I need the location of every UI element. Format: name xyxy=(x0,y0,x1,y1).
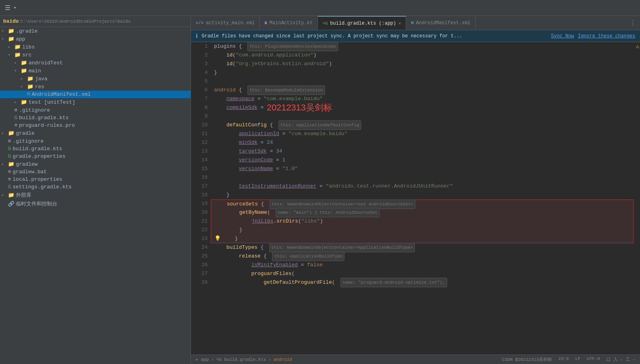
file-icon: 📁 xyxy=(14,52,21,58)
sidebar-item-external-libs[interactable]: ▸ 📁 外部库 xyxy=(0,191,191,199)
sidebar-item-app[interactable]: ▾📁 app xyxy=(0,35,191,43)
sync-now-link[interactable]: Sync Now xyxy=(551,33,574,39)
sidebar-item-label: gradlew xyxy=(16,161,38,167)
tab-mainactivity-kt[interactable]: K MainActivity.kt xyxy=(260,16,318,30)
line-number-24: 24 xyxy=(191,243,208,252)
gradle-edit-icon: ✎G xyxy=(323,21,328,26)
code-content[interactable]: plugins { this: PluginDependenciesSpecSc… xyxy=(211,42,634,354)
sidebar-item--gitignore[interactable]: ⊘ .gitignore xyxy=(0,137,191,145)
code-token: "com.android.application" xyxy=(236,51,313,60)
arrow-icon: ▸ xyxy=(14,100,21,105)
code-token: "androidx.test.runner.AndroidJUnitRunner… xyxy=(326,182,453,191)
code-token xyxy=(214,269,251,278)
code-token xyxy=(214,278,264,287)
file-icon: ≡ xyxy=(8,169,11,175)
sidebar-item-label: main xyxy=(29,68,41,74)
line-number-19: 19 xyxy=(191,199,208,208)
file-icon: 📁 xyxy=(8,28,14,34)
code-token: } xyxy=(222,234,238,243)
code-line-23: 💡 } xyxy=(211,234,634,243)
top-bar-menu: ☰ ▾ xyxy=(5,4,16,12)
code-line-12: minSdk = 24 xyxy=(211,138,634,147)
file-icon: G xyxy=(8,146,11,152)
code-token: } xyxy=(214,68,217,77)
tab-more-button[interactable]: ⋮ xyxy=(626,19,640,27)
right-status: CSDN @20212313吴剑标 23:6 LF UTF-8 口 入 ← 工 … xyxy=(502,356,635,362)
code-token xyxy=(214,243,226,252)
file-icon: ≡ xyxy=(8,176,11,182)
line-number-2: 2 xyxy=(191,51,208,60)
breadcrumb-gradle: ✎G build.gradle.kts xyxy=(216,357,266,362)
code-token: srcDirs xyxy=(276,217,298,226)
arrow-icon: ▾ xyxy=(2,37,8,41)
line-number-3: 3 xyxy=(191,60,208,68)
project-name: baidu xyxy=(3,18,19,24)
sidebar-item-build-gradle-kts[interactable]: G build.gradle.kts xyxy=(0,145,191,153)
sidebar-item-gradle-properties[interactable]: G gradle.properties xyxy=(0,153,191,160)
line-number-7: 7 xyxy=(191,95,208,103)
code-token: = xyxy=(273,156,282,165)
hamburger-icon[interactable]: ☰ xyxy=(5,4,10,12)
tab-label: MainActivity.kt xyxy=(270,20,313,26)
sidebar-item-build-gradle-kts[interactable]: G build.gradle.kts xyxy=(0,114,191,122)
sidebar-item--gitignore[interactable]: ⊘ .gitignore xyxy=(0,106,191,114)
file-icon: 📁 xyxy=(14,44,21,50)
line-number-9: 9 xyxy=(191,112,208,121)
code-token: isMinifyEnabled xyxy=(251,261,298,269)
line-number-5: 5 xyxy=(191,77,208,86)
code-hint: name: "main") { this: AndroidSourceSet xyxy=(276,208,379,217)
code-editor[interactable]: 1234567891011121314151617181920212223242… xyxy=(191,42,640,354)
sidebar-item-label: AndroidManifest.xml xyxy=(32,91,91,97)
sidebar-item-libs[interactable]: ▸📁 libs xyxy=(0,43,191,51)
sidebar-item-gradle[interactable]: ▸📁 gradle xyxy=(0,129,191,137)
code-hint: this: PluginDependenciesSpecScope xyxy=(247,42,338,51)
code-line-26: isMinifyEnabled = false xyxy=(211,261,634,269)
dropdown-icon[interactable]: ▾ xyxy=(14,5,16,11)
arrow-icon: ▸ xyxy=(21,84,27,89)
code-token: applicationId xyxy=(239,130,279,138)
code-token: ( xyxy=(233,60,236,68)
code-line-17: testInstrumentationRunner = "androidx.te… xyxy=(211,182,634,191)
code-token: false xyxy=(307,261,323,269)
sidebar-item-java[interactable]: ▸📁 java xyxy=(0,75,191,83)
sidebar-item-gradlew-bat[interactable]: ≡ gradlew.bat xyxy=(0,168,191,176)
line-number-22: 22 xyxy=(191,226,208,234)
code-token: = xyxy=(279,130,288,138)
tab-build-gradle-kts[interactable]: ✎G build.gradle.kts (:app) ✕ xyxy=(318,16,407,30)
sidebar-item-src[interactable]: ▾📁 src xyxy=(0,51,191,59)
line-number-10: 10 xyxy=(191,121,208,130)
sidebar-item-label: build.gradle.kts xyxy=(19,115,69,121)
tab-activity-main-xml[interactable]: </> activity_main.xml xyxy=(191,16,260,30)
code-token: = xyxy=(298,261,307,269)
sidebar-item-proguard-rules-pro[interactable]: ≡ proguard-rules.pro xyxy=(0,122,191,129)
sidebar-item-local-properties[interactable]: ≡ local.properties xyxy=(0,176,191,183)
sidebar-item-main[interactable]: ▾📁 main xyxy=(0,67,191,75)
code-token: { xyxy=(267,121,276,130)
line-number-1: 1 xyxy=(191,42,208,51)
sidebar-item-res[interactable]: ▸📁 res xyxy=(0,83,191,91)
line-number-11: 11 xyxy=(191,130,208,138)
ignore-changes-link[interactable]: Ignore these changes xyxy=(578,33,635,39)
sidebar-item-temp[interactable]: 🔗 临时文件和控制台 xyxy=(0,199,191,208)
sidebar-item-settings-gradle-kts[interactable]: G settings.gradle.kts xyxy=(0,183,191,191)
sidebar-item-androidmanifest-xml[interactable]: M AndroidManifest.xml xyxy=(0,91,191,98)
code-line-22: } xyxy=(211,226,634,234)
code-token: "com.example.baidu" xyxy=(264,95,323,103)
sidebar-item-androidtest[interactable]: ▸📁 androidTest xyxy=(0,59,191,67)
sidebar-item-test--unittest-[interactable]: ▸📁 test [unitTest] xyxy=(0,98,191,106)
line-number-12: 12 xyxy=(191,138,208,147)
tab-android-manifest-xml[interactable]: M AndroidManifest.xml xyxy=(406,16,475,30)
line-col: 23:6 xyxy=(558,356,569,362)
sidebar-item-gradlew[interactable]: ▸📁 gradlew xyxy=(0,160,191,168)
tab-close-button[interactable]: ✕ xyxy=(399,21,401,26)
line-number-8: 8 xyxy=(191,103,208,112)
sidebar-item-label: 临时文件和控制台 xyxy=(16,200,57,207)
arrow-icon: ▾ xyxy=(2,29,8,33)
code-token: "libs" xyxy=(301,217,320,226)
code-token: ) xyxy=(320,217,323,226)
file-icon: 📁 xyxy=(8,130,14,136)
bulb-icon[interactable]: 💡 xyxy=(214,234,221,243)
sidebar-item--gradle[interactable]: ▾📁 .gradle xyxy=(0,27,191,35)
code-hint: name: "proguard-android-optimize.txt"), xyxy=(340,278,447,287)
code-line-25: release { this: ApplicationBuildType xyxy=(211,252,634,261)
